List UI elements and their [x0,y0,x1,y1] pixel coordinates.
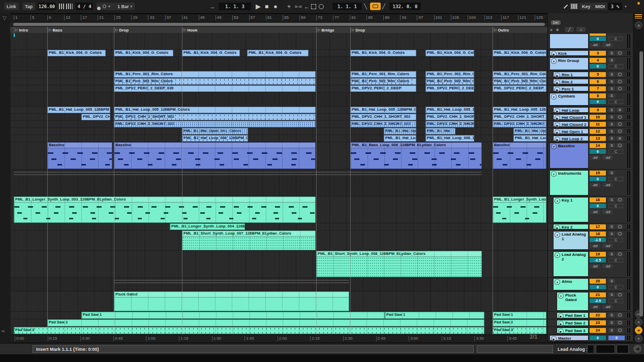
solo-button[interactable]: S [608,58,615,62]
arrangement-marker-bass[interactable]: ▷Bass [47,27,63,33]
solo-button[interactable]: S [608,143,615,148]
clip-hat-open-1[interactable]: PML_B1_Hat [425,128,455,135]
metronome-menu[interactable]: ▾ [97,3,116,10]
track-name-hat-open-1[interactable]: ▶Hat Open 1 [553,128,589,134]
key-map-button[interactable]: Key [579,3,593,10]
track-number-box[interactable]: 5 [590,72,606,77]
volume-box[interactable]: 0 [590,64,606,69]
delays-section-toggle[interactable]: D [635,335,642,342]
play-button[interactable]: ▶ [256,2,261,11]
device-mini-view[interactable] [617,345,629,353]
send-box[interactable]: -inf [590,183,600,187]
solo-button[interactable]: S [608,224,615,229]
track-name-perc-1[interactable]: ▶Perc 1 [553,86,589,91]
clip-hat-closed-2[interactable]: PML_DPV2_CHH_1_SHORT [425,121,474,127]
track-name-pad-saw-2[interactable]: ▶Pad Saw 2 [557,320,589,326]
solo-button[interactable]: S [608,328,615,333]
clip-hat-loop-2[interactable]: PML_B1_Hat_Loop_006_126BPM_C [182,135,248,142]
record-button[interactable]: ● [273,2,278,11]
add-icon[interactable]: ✚ [556,28,559,31]
clip-rim-1[interactable]: PML_B1_Perc_001_Rim_Colors [350,71,416,78]
group-fold-icon[interactable]: ▾ [551,171,557,177]
track-number-box[interactable]: 8 [590,93,606,98]
pan-box[interactable]: C [608,258,623,262]
clip-kick[interactable]: PML_B1_Kick_004_G_Colors [47,50,106,56]
arm-button[interactable] [617,115,623,119]
send-box[interactable]: -inf [602,210,613,214]
clip-rim-1[interactable]: PML_B1_Perc_001_Rim_C [425,71,474,78]
time-signature-field[interactable]: 4 / 4 [76,3,93,10]
hide-detail-arrow-button[interactable]: ◀ [633,345,641,353]
fold-icon[interactable]: ▶ [551,51,557,57]
draw-mode-icon[interactable] [562,2,569,11]
track-name-group-partial[interactable] [549,34,589,49]
track-name-hat-closed-2[interactable]: ▶Hat Closed 2 [553,121,589,127]
track-number-box[interactable]: 23 [590,320,606,325]
pan-box[interactable]: C [608,149,623,154]
track-number-box[interactable]: 22 [590,313,606,318]
send-box[interactable]: -inf [590,264,600,269]
clip-hat-open-1[interactable]: PML_B1_Hat_Op [384,128,416,135]
clip-hat-loop-2[interactable]: PML_B1_Hat_Loop_006_12 [513,135,546,142]
waveform-toggle-icon[interactable]: ≈ [2,328,5,334]
track-name-rim-2[interactable]: ▶Rim 2 [553,79,589,84]
solo-button[interactable]: S [608,129,615,134]
fold-icon[interactable]: ▶ [558,313,564,319]
track-number-box[interactable]: 13 [590,136,606,141]
clip-kick[interactable]: PML_B1_Kick_004_G_Colo [425,50,474,56]
send-box[interactable]: -inf [602,43,613,47]
fold-icon[interactable]: ▶ [551,336,557,342]
vertical-scrollbar[interactable] [639,51,643,316]
track-name-bassline[interactable]: ▼Bassline [549,143,589,169]
track-name-lead-analog-1[interactable]: ▼Lead Analog 1 [553,231,589,250]
track-number-box[interactable]: 21 [590,292,606,298]
clip-hat-loop[interactable]: PML_B1_Hat_Loop_005_126BPM_Colors [114,107,316,113]
track-name-hat-loop[interactable]: ▶Hat Loop [553,107,589,113]
track-name-key-2[interactable]: ▶Key 2 [553,224,589,229]
arrangement-marker-hook[interactable]: ▷Hook [182,27,197,33]
pan-box[interactable]: C [608,285,623,289]
solo-button[interactable]: S [608,232,615,236]
fold-icon[interactable]: ▶ [555,108,560,114]
send-box[interactable]: -inf [590,155,600,160]
arm-button[interactable] [617,313,623,317]
solo-button[interactable]: S [608,122,615,126]
clip-key-1[interactable]: PML_B1_Longer_Synth_Loop_003_126BPM [493,196,546,223]
loop-start-field[interactable]: 1. 1. 1 [332,3,362,10]
automation-arm-icon[interactable]: o–o [295,2,301,11]
volume-box[interactable]: -2.5 [590,258,606,262]
horizontal-zoom-scrollbar[interactable] [10,22,547,27]
solo-button[interactable]: S [608,108,615,112]
clip-hat-loop[interactable]: PML_B1_Hat_Loop_005_126BPM [47,107,110,113]
clip-hat-open-1[interactable]: PML_B1_Hat_Ope [513,128,546,135]
send-box[interactable]: -inf [590,305,600,309]
clip-pad-saw-1[interactable]: Pad Saw 1 [81,312,385,319]
volume-box[interactable]: 0 [590,37,606,41]
computer-midi-keyboard-icon[interactable] [570,2,578,11]
loop-length-field[interactable]: 132. 0. 0 [389,3,421,10]
arm-button[interactable] [617,232,623,236]
tap-tempo-button[interactable]: Tap [22,3,35,10]
punch-in-icon[interactable]: ╲ [364,2,367,11]
arm-button[interactable] [617,129,623,134]
track-name-hat-loop-2[interactable]: ▶Hat Loop 2 [553,136,589,141]
arm-button[interactable] [617,224,623,229]
clip-rim-2[interactable]: PML_B1_Perc_002_Rim_C [425,78,474,85]
arm-button[interactable] [617,320,623,325]
clip-kick[interactable]: PML_B1_Kick_004_G_Colors [114,50,173,56]
solo-button[interactable]: S [608,86,615,91]
clip-kick[interactable]: PML_B1_Kick_004_G_Colors [350,50,416,56]
volume-box[interactable]: 0 [590,177,606,181]
clip-lead-analog-2[interactable]: PML_B1_Short_Synth_Loop_008_126BPM_ELydi… [316,251,482,277]
loop-button[interactable] [370,3,381,10]
track-name-kick[interactable]: ▶Kick [549,50,589,56]
overview-hamburger-icon[interactable] [635,14,642,19]
solo-button[interactable]: S [608,136,615,141]
clip-perc-1[interactable]: PML_DPV2_PERC_2_DEEP_0 [493,85,546,92]
clip-perc-1[interactable]: PML_DPV2_PERC_2_DEEP [350,85,416,92]
clip-rim-2[interactable]: PML_B1_Perc_002_Rim_Colo [493,78,546,85]
midi-map-button[interactable]: MIDI [593,3,607,10]
track-number-box[interactable]: 14 [590,143,606,148]
clip-hat-closed-2[interactable]: PML_DPV2_CHH_1_SHORT_022 [114,121,316,127]
clip-hat-loop[interactable]: PML_B1_Hat_Loop_005_12 [425,107,474,113]
